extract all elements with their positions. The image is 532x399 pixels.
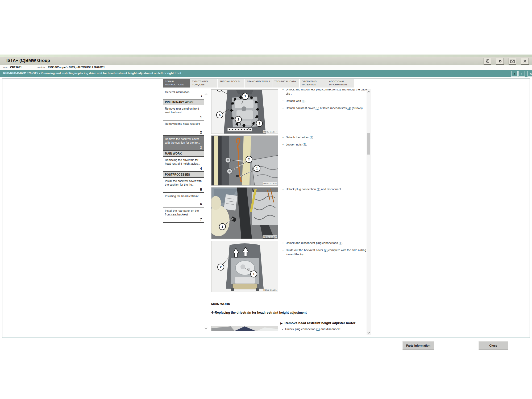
sidebar-item-install-rear-panel[interactable]: Install the rear panel on the front seat…: [163, 207, 204, 223]
tab-standard-tools[interactable]: STANDARD TOOLS: [245, 79, 272, 88]
bullet-item: •Detach backrest cover (5) at latch mech…: [282, 106, 368, 110]
chevron-down-icon: [205, 326, 207, 330]
seat-interior-photo: [211, 188, 278, 239]
arrow-right-icon: [520, 72, 523, 76]
bullet-item: •Detach the holder (1).: [282, 135, 368, 140]
content-scrollbar[interactable]: [367, 89, 371, 335]
tab-operating-materials[interactable]: OPERATING MATERIALS: [300, 79, 327, 88]
sidebar-item-installing-head-restraint[interactable]: Installing the head restraint 6: [163, 193, 204, 207]
bullet-item: •Unlock and disconnect plug connections …: [282, 241, 368, 245]
figure-partial-next: [211, 326, 278, 331]
window-title: ISTA+ (C)BMW Group: [6, 58, 50, 63]
sidebar-scroll-up[interactable]: [204, 92, 208, 96]
scroll-thumb[interactable]: [367, 133, 370, 155]
doc-title: REP-REP-P-6731570-G15 - Removing and ins…: [3, 72, 184, 75]
chevron-down-icon: [367, 330, 370, 335]
reference-link[interactable]: (2): [324, 248, 327, 252]
arrow-left-icon: [513, 72, 516, 76]
sidebar-item-remove-backrest-cover[interactable]: Remove the backrest cover with the cushi…: [163, 136, 204, 151]
doc-header-bar: REP-REP-P-6731570-G15 - Removing and ins…: [0, 70, 532, 77]
bullet-item: •Guide out the backrest cover (2) comple…: [282, 248, 368, 257]
callout: 4: [216, 111, 223, 118]
bullet-list: •Unlock and disconnect plug connection (…: [282, 89, 368, 134]
sidebar-header-preliminary-work: PRELIMINARY WORK: [163, 99, 204, 105]
callout: 1: [250, 271, 257, 277]
reference-link[interactable]: (2): [337, 89, 341, 91]
forward-button[interactable]: [518, 71, 525, 77]
reference-link[interactable]: (3): [302, 99, 305, 102]
partial-illustration: [211, 326, 278, 331]
step-heading: 4–Replacing the drivetrain for head rest…: [211, 311, 307, 314]
chevron-up-icon: [367, 89, 370, 94]
instruction-row: 2 1 RB52 01581 •Unlock and disconnect pl…: [211, 241, 368, 292]
reference-link[interactable]: (1): [316, 327, 320, 331]
sidebar-item-replacing-drivetrain[interactable]: Replacing the drivetrain for head restra…: [163, 157, 204, 172]
footer-close-button[interactable]: Close: [479, 341, 508, 350]
substep-heading: ▶Remove head restraint height adjuster m…: [280, 321, 355, 325]
bullet-item: •Detach welt (3).: [282, 99, 368, 103]
tab-special-tools[interactable]: SPECIAL TOOLS: [218, 79, 244, 88]
callout: 1: [219, 223, 226, 230]
reference-link[interactable]: (1): [310, 136, 313, 139]
vehicle-label: Vehicle: [37, 66, 45, 69]
tab-technical-data[interactable]: TECHNICAL DATA: [272, 79, 299, 88]
bullet-item: •Unlock plug connection (1) and disconne…: [282, 327, 369, 331]
vin-label: VIN: [3, 66, 7, 69]
document-icon: [485, 59, 490, 63]
gear-icon: [498, 59, 502, 63]
sidebar: General information i PRELIMINARY WORK R…: [163, 89, 204, 223]
sidebar-item-removing-head-restraint[interactable]: Removing the head restraint 2: [163, 120, 204, 136]
figure-backrest-cover-latches: 1 4 2 3 RB52 01577: [211, 89, 278, 134]
bullet-list: •Unlock plug connection (1) and disconne…: [282, 187, 368, 239]
bullet-item: •Unlock and disconnect plug connection (…: [282, 89, 368, 96]
reference-link[interactable]: (1): [317, 188, 320, 191]
reference-link[interactable]: (4): [347, 106, 351, 110]
figure-label: RB52 01577: [263, 130, 277, 133]
mail-button[interactable]: [509, 58, 516, 65]
reference-link[interactable]: (5): [316, 106, 319, 110]
envelope-icon: [510, 60, 515, 63]
chevron-up-icon: [205, 92, 207, 96]
tab-tightening-torques[interactable]: TIGHTENING TORQUES: [190, 79, 217, 88]
tab-bar: REPAIR INSTRUCTIONS TIGHTENING TORQUES S…: [163, 79, 355, 88]
reference-link[interactable]: (1): [339, 241, 342, 244]
sidebar-scroll-down[interactable]: [204, 326, 208, 330]
settings-button[interactable]: [496, 58, 504, 65]
content-panel: REPAIR INSTRUCTIONS TIGHTENING TORQUES S…: [2, 78, 530, 338]
doc-close-button[interactable]: [527, 71, 532, 77]
document-button[interactable]: [484, 58, 491, 65]
scroll-up-button[interactable]: [367, 89, 371, 94]
bullet-list: •Detach the holder (1). •Loosen nuts (2)…: [282, 135, 368, 186]
figure-plug-connection: 1 RB52 01309: [211, 187, 278, 239]
tab-repair-instructions[interactable]: REPAIR INSTRUCTIONS: [163, 79, 190, 88]
vin-value: CE21681: [10, 66, 22, 69]
close-icon: [523, 60, 527, 63]
app-window: ISTA+ (C)BMW Group: [0, 0, 532, 399]
close-icon: [529, 72, 532, 76]
window-close-button[interactable]: [521, 58, 529, 65]
callout: 2: [246, 156, 252, 163]
sidebar-item-general-information[interactable]: General information i: [163, 89, 204, 99]
tab-additional-information[interactable]: ADDITIONAL INFORMATION: [327, 79, 354, 88]
instruction-row: 2 1 RB52 01308 •Detach the holder (1). •…: [211, 135, 368, 186]
instruction-row: 1 4 2 3 RB52 01577 •Unlock and disconnec…: [211, 89, 368, 134]
vin-bar: VIN CE21681 Vehicle 8'/G16/Coupe/ - /N63…: [0, 65, 532, 70]
callout: 2: [217, 264, 224, 271]
window-top-strip: [0, 55, 532, 57]
main-work-heading: MAIN WORK: [211, 302, 230, 306]
back-button[interactable]: [511, 71, 518, 77]
sidebar-header-main-work: MAIN WORK: [163, 151, 204, 157]
callout: 1: [242, 93, 249, 100]
bullet-item: •Loosen nuts (2).: [282, 143, 368, 147]
titlebar: ISTA+ (C)BMW Group: [0, 57, 532, 65]
instruction-row: 1 RB52 01309 •Unlock plug connection (1)…: [211, 187, 368, 239]
parts-information-button[interactable]: Parts information: [402, 341, 434, 350]
sidebar-item-remove-rear-panel[interactable]: Remove rear panel on front seat backrest…: [163, 105, 204, 120]
scroll-down-button[interactable]: [367, 330, 371, 335]
figure-label: RB52 01309: [263, 235, 277, 238]
sidebar-item-install-backrest-cover[interactable]: Install the backrest cover with the cush…: [163, 178, 204, 193]
reference-link[interactable]: (2): [302, 143, 306, 146]
sidebar-bottom-divider: [163, 332, 207, 332]
triangle-icon: ▶: [280, 322, 282, 325]
callout: 3: [256, 120, 263, 127]
